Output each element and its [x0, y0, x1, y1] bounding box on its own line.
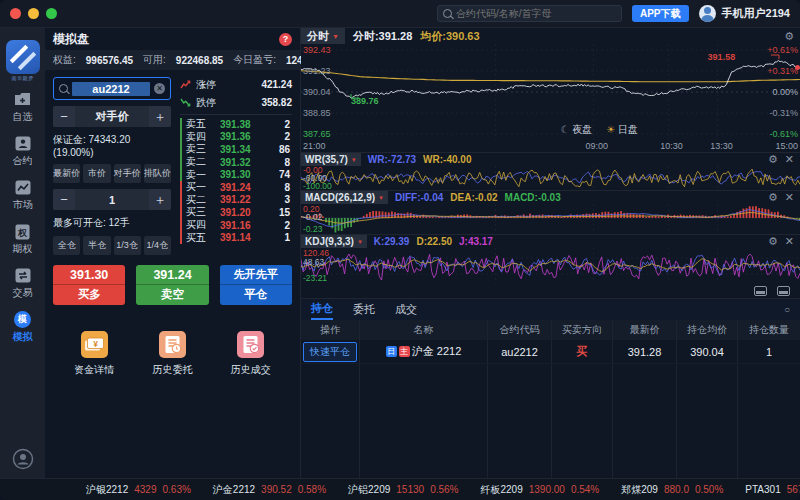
options-doc-icon: 权	[13, 223, 32, 240]
clear-symbol-icon[interactable]: ✕	[154, 83, 165, 94]
equity-value: 996576.45	[86, 55, 133, 66]
main-contract-badge: 主	[399, 346, 410, 357]
ticker-item[interactable]: 沪铝2209151300.56%	[348, 483, 458, 497]
bid-row[interactable]: 买四391.162	[180, 219, 292, 232]
limit-up-label: 涨停	[196, 78, 216, 92]
macd-chart[interactable]: 0.20 -0.02 -0.23	[301, 204, 800, 234]
sidebar-item-trade[interactable]: 交易	[0, 267, 45, 300]
folder-plus-icon	[13, 91, 32, 108]
ticker-item[interactable]: PTA3015678	[745, 484, 800, 495]
kdj-tab[interactable]: KDJ(9,3,3)▼	[301, 235, 367, 248]
bid-row[interactable]: 买二391.223	[180, 194, 292, 207]
ticker-item[interactable]: 沪银221243290.63%	[86, 483, 191, 497]
kdj-settings-icon[interactable]: ⚙	[768, 236, 778, 247]
bid-row[interactable]: 买五391.141	[180, 231, 292, 244]
day-session-toggle[interactable]: ☀ 日盘	[606, 123, 638, 137]
refresh-icon[interactable]: ○	[784, 305, 790, 315]
symbol-search-box[interactable]: au2212 ✕	[53, 77, 171, 100]
price-type-queue-button[interactable]: 排队价	[144, 164, 171, 183]
qty-increment-button[interactable]: ＋	[149, 189, 171, 210]
tab-trades[interactable]: 成交	[395, 299, 417, 320]
symbol-input[interactable]: au2212	[72, 82, 150, 96]
macd-tab[interactable]: MACD(26,12,9)▼	[301, 191, 388, 204]
price-mode-decrement-button[interactable]: −	[53, 106, 75, 127]
fraction-quarter-button[interactable]: 1/4仓	[144, 236, 171, 255]
price-type-counter-button[interactable]: 对手价	[114, 164, 141, 183]
sidebar-item-contracts[interactable]: 合约	[0, 135, 45, 168]
qty-decrement-button[interactable]: −	[53, 189, 75, 210]
ticker-item[interactable]: 沪金2212390.520.58%	[213, 483, 326, 497]
help-icon[interactable]: ?	[279, 33, 292, 46]
macd-settings-icon[interactable]: ⚙	[768, 192, 778, 203]
price-type-market-button[interactable]: 市价	[83, 164, 110, 183]
history-trades-button[interactable]: 历史成交	[231, 331, 271, 377]
tab-orders[interactable]: 委托	[353, 299, 375, 320]
minute-chart[interactable]: 392.43 391.23 390.04 388.85 387.65 +0.61…	[301, 44, 800, 140]
kdj-close-icon[interactable]: ✕	[785, 236, 794, 247]
wr-chart[interactable]: -0.00 -60.00 -100.00	[301, 166, 800, 190]
global-search-box[interactable]	[437, 5, 622, 22]
sidebar-item-label: 自选	[13, 110, 33, 124]
quick-close-button[interactable]: 快速平仓	[303, 342, 357, 362]
user-avatar[interactable]	[699, 5, 716, 22]
ask-row[interactable]: 卖四391.362	[180, 131, 292, 144]
sidebar-item-simulation[interactable]: 模 模拟	[0, 311, 45, 344]
wr-indicator: WR(35,7)▼ WR:-72.73 WR:-40.00 ⚙ ✕ -0.00 …	[301, 152, 800, 190]
night-session-toggle[interactable]: ☾ 夜盘	[560, 123, 592, 137]
buy-long-button[interactable]: 391.30买多	[53, 265, 125, 305]
close-window-button[interactable]	[10, 8, 21, 19]
quick-actions: ¥ 资金详情 历史委托	[45, 305, 300, 377]
macd-close-icon[interactable]: ✕	[785, 192, 794, 203]
username-label[interactable]: 手机用户2194	[722, 6, 790, 21]
sidebar-item-label: 模拟	[13, 330, 33, 344]
wr-close-icon[interactable]: ✕	[785, 154, 794, 165]
qty-value[interactable]: 1	[75, 194, 149, 206]
wr-settings-icon[interactable]: ⚙	[768, 154, 778, 165]
ask-row[interactable]: 卖三391.3486	[180, 143, 292, 156]
limit-up-icon[interactable]	[180, 79, 191, 90]
depth-ladder: 涨停 421.24 跌停 358.82 卖五391.382 卖四391.362 …	[180, 77, 292, 255]
y-axis-label: 390.04	[303, 88, 331, 97]
history-orders-button[interactable]: 历史委托	[152, 331, 192, 377]
limit-down-label: 跌停	[196, 96, 216, 110]
fraction-half-button[interactable]: 半仓	[83, 236, 110, 255]
ask-row[interactable]: 卖一391.3074	[180, 168, 292, 181]
timeframe-tab[interactable]: 分时▼	[301, 28, 345, 44]
price-type-latest-button[interactable]: 最新价	[53, 164, 80, 183]
price-mode-increment-button[interactable]: ＋	[149, 106, 171, 127]
app-download-button[interactable]: APP下载	[632, 5, 689, 22]
position-last: 391.28	[612, 340, 676, 363]
trade-panel: 模拟盘 ? 权益:996576.45 可用:922468.85 今日盈亏:124…	[45, 28, 301, 478]
sidebar-item-label: 市场	[13, 198, 33, 212]
ticker-item[interactable]: 纤板22091390.000.54%	[480, 483, 599, 497]
bid-row[interactable]: 买三391.2015	[180, 206, 292, 219]
position-row[interactable]: 快速平仓 日 主 沪金 2212 au2212 买 391.28 390.04 …	[301, 340, 800, 364]
sidebar-item-options[interactable]: 权 期权	[0, 223, 45, 256]
app-logo-text: 南华期货	[12, 75, 34, 81]
position-name: 沪金 2212	[412, 344, 462, 359]
zoom-window-button[interactable]	[46, 8, 57, 19]
layout-split-icon[interactable]	[777, 286, 790, 296]
chart-settings-icon[interactable]: ⚙	[784, 31, 794, 42]
ask-row[interactable]: 卖五391.382	[180, 118, 292, 131]
ask-row[interactable]: 卖二391.328	[180, 156, 292, 169]
fraction-full-button[interactable]: 全仓	[53, 236, 80, 255]
layout-single-icon[interactable]	[754, 286, 767, 296]
tab-positions[interactable]: 持仓	[311, 299, 333, 320]
customer-service-icon[interactable]	[12, 448, 34, 472]
bid-row[interactable]: 买一391.248	[180, 181, 292, 194]
global-search-input[interactable]	[456, 8, 616, 19]
trade-panel-header: 模拟盘 ?	[45, 28, 300, 50]
limit-down-icon[interactable]	[180, 97, 191, 108]
fund-details-button[interactable]: ¥ 资金详情	[74, 331, 114, 377]
kdj-chart[interactable]: 120.46 48.63 -23.21	[301, 248, 800, 284]
sidebar-item-market[interactable]: 市场	[0, 179, 45, 212]
minimize-window-button[interactable]	[28, 8, 39, 19]
price-mode-value[interactable]: 对手价	[75, 109, 149, 124]
sidebar-item-watchlist[interactable]: 自选	[0, 91, 45, 124]
fraction-third-button[interactable]: 1/3仓	[114, 236, 141, 255]
close-position-button[interactable]: 先开先平平仓	[220, 265, 292, 305]
ticker-item[interactable]: 郑煤209880.00.50%	[621, 483, 723, 497]
sell-short-button[interactable]: 391.24卖空	[136, 265, 208, 305]
pct-axis-label: +0.61%	[767, 46, 798, 55]
